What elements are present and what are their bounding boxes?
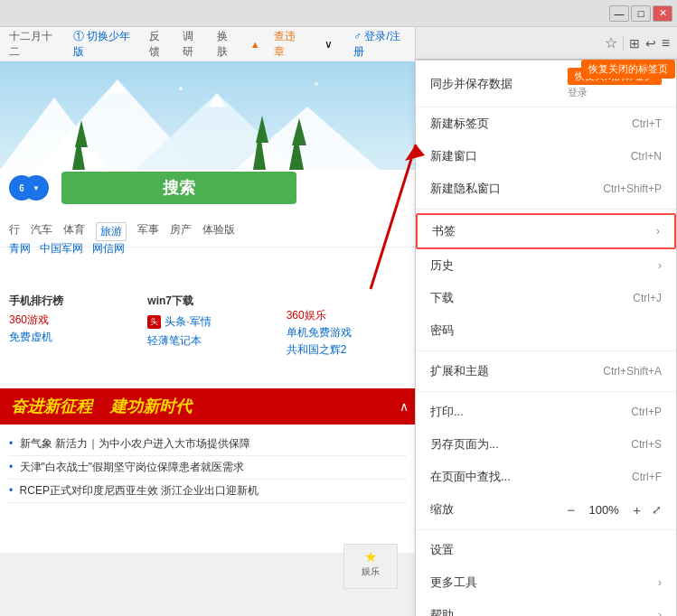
toutiao-link[interactable]: 头条·军情: [165, 314, 211, 330]
close-button[interactable]: ✕: [653, 5, 672, 22]
extensions-shortcut: Ctrl+Shift+A: [603, 365, 662, 378]
menu-item-settings[interactable]: 设置: [416, 534, 676, 566]
banner-collapse-button[interactable]: ∧: [400, 399, 409, 414]
help-label: 帮助: [430, 607, 454, 616]
date-text: 十二月十二: [9, 29, 60, 60]
minimize-button[interactable]: —: [609, 5, 629, 22]
rank-title: 手机排行榜: [9, 294, 129, 309]
switch-version-link[interactable]: ① 切换少年版: [73, 29, 136, 60]
news-text-3: RCEP正式对印度尼西亚生效 浙江企业出口迎新机: [20, 484, 259, 497]
new-window-shortcut: Ctrl+N: [631, 150, 662, 163]
col-spacer: [287, 294, 407, 306]
survey-link[interactable]: 调研: [183, 29, 202, 60]
win7-column: win7下载 头 头条·军情 轻薄笔记本: [147, 294, 268, 359]
screenshot-icon[interactable]: ⊞: [629, 36, 640, 51]
entertainment-thumbnail: ★ 娱乐: [343, 544, 398, 589]
menu-separator-2: [416, 350, 676, 351]
maximize-button[interactable]: □: [631, 5, 651, 22]
republic-link[interactable]: 共和国之辉2: [287, 342, 407, 358]
win7-title: win7下载: [147, 294, 268, 309]
downloads-label: 下载: [430, 290, 454, 306]
zoom-fullscreen-button[interactable]: ⤢: [652, 503, 662, 517]
tooltip-bubble: 恢复关闭的标签页: [581, 60, 675, 79]
news-item-1[interactable]: 新气象 新活力｜为中小农户进入大市场提供保障: [9, 433, 407, 456]
news-text-2: 天津"白衣战士"假期坚守岗位保障患者就医需求: [20, 461, 245, 473]
zoom-row: 缩放 − 100% + ⤢: [416, 493, 676, 526]
menu-item-passwords[interactable]: 密码: [416, 314, 676, 347]
menu-header-label: 同步并保存数据: [430, 76, 512, 92]
search-button[interactable]: 搜索: [61, 172, 296, 204]
new-tab-label: 新建标签页: [430, 116, 489, 132]
entertainment-link[interactable]: 360娱乐: [287, 308, 407, 323]
login-register-link[interactable]: ♂ 登录/注册: [353, 29, 407, 60]
print-label: 打印...: [430, 404, 464, 420]
menu-item-more-tools[interactable]: 更多工具 ›: [416, 566, 676, 599]
help-arrow-icon: ›: [658, 609, 662, 616]
more-tools-arrow-icon: ›: [658, 576, 662, 589]
banner-text1: 奋进新征程: [11, 396, 92, 417]
games-360-link[interactable]: 360游戏: [9, 313, 129, 328]
site-qingwang[interactable]: 青网: [9, 241, 31, 257]
menu-item-new-tab[interactable]: 新建标签页 Ctrl+T: [416, 107, 676, 140]
tooltip-text: 恢复关闭的标签页: [588, 63, 668, 74]
menu-item-extensions[interactable]: 扩展和主题 Ctrl+Shift+A: [416, 355, 676, 387]
toutiao-icon: 头: [147, 315, 161, 329]
more-tools-label: 更多工具: [430, 574, 477, 591]
news-item-3[interactable]: RCEP正式对印度尼西亚生效 浙江企业出口迎新机: [9, 480, 407, 503]
menu-separator-1: [416, 209, 676, 210]
snow-scene-svg: [0, 61, 416, 170]
violation-check-link[interactable]: 查违章: [274, 29, 304, 60]
page-content: 十二月十二 ① 切换少年版 反馈 调研 换肤 ▲ 查违章 ∨ ♂ 登录/注册: [0, 27, 677, 616]
news-list: 新气象 新活力｜为中小农户进入大市场提供保障 天津"白衣战士"假期坚守岗位保障患…: [0, 429, 416, 507]
extensions-label: 扩展和主题: [430, 363, 489, 379]
notebook-link[interactable]: 轻薄笔记本: [147, 333, 268, 349]
feedback-link[interactable]: 反馈: [149, 29, 169, 60]
menu-item-find[interactable]: 在页面中查找... Ctrl+F: [416, 461, 676, 493]
menu-separator-3: [416, 391, 676, 392]
new-tab-shortcut: Ctrl+T: [632, 117, 662, 130]
zoom-value-display: 100%: [586, 503, 622, 517]
save-page-label: 另存页面为...: [430, 436, 499, 453]
free-vm-link[interactable]: 免费虚机: [9, 330, 129, 345]
zoom-plus-button[interactable]: +: [629, 502, 644, 518]
menu-item-history[interactable]: 历史 ›: [416, 249, 676, 282]
bookmark-star-icon[interactable]: ☆: [605, 34, 617, 51]
menu-item-downloads[interactable]: 下载 Ctrl+J: [416, 282, 676, 314]
title-bar-controls: — □ ✕: [609, 5, 672, 22]
dropdown-arrow-small: ∨: [324, 38, 333, 51]
warning-icon: ▲: [250, 39, 260, 50]
free-games-link[interactable]: 单机免费游戏: [287, 325, 407, 341]
skin-link[interactable]: 换肤: [217, 29, 237, 60]
right-toolbar-row: ☆ ⊞ ↩ ≡: [415, 27, 677, 60]
downloads-shortcut: Ctrl+J: [633, 292, 662, 304]
new-window-label: 新建窗口: [430, 148, 477, 164]
svg-point-13: [179, 87, 183, 90]
menu-item-bookmarks[interactable]: 书签 ›: [416, 213, 676, 249]
private-window-shortcut: Ctrl+Shift+P: [603, 182, 662, 195]
entertainment-label: 娱乐: [362, 565, 380, 578]
menu-item-help[interactable]: 帮助 ›: [416, 599, 676, 616]
history-label: 历史: [430, 257, 454, 274]
logo-icon: ▼: [24, 175, 49, 201]
passwords-label: 密码: [430, 322, 454, 339]
two-col-section: 手机排行榜 360游戏 免费虚机 win7下载 头 头条·军情 轻薄笔记本 36…: [0, 294, 416, 359]
zoom-minus-button[interactable]: −: [563, 502, 578, 518]
back-icon[interactable]: ↩: [645, 36, 656, 51]
red-banner: 奋进新征程 建功新时代 ∧: [0, 388, 416, 425]
menu-item-print[interactable]: 打印... Ctrl+P: [416, 396, 676, 428]
login-button[interactable]: 登录: [568, 86, 662, 99]
tooltip-arrow: [648, 79, 657, 83]
menu-icon[interactable]: ≡: [662, 35, 670, 51]
site-military[interactable]: 中国军网: [40, 241, 83, 257]
banner-text2: 建功新时代: [110, 396, 192, 417]
menu-item-new-window[interactable]: 新建窗口 Ctrl+N: [416, 140, 676, 173]
menu-item-save-page[interactable]: 另存页面为... Ctrl+S: [416, 428, 676, 461]
title-bar: — □ ✕: [0, 0, 677, 27]
bookmarks-arrow-icon: ›: [656, 225, 660, 238]
site-wangxin[interactable]: 网信网: [92, 241, 125, 257]
menu-separator-4: [416, 529, 676, 530]
menu-item-private-window[interactable]: 新建隐私窗口 Ctrl+Shift+P: [416, 173, 676, 205]
find-label: 在页面中查找...: [430, 469, 511, 485]
news-item-2[interactable]: 天津"白衣战士"假期坚守岗位保障患者就医需求: [9, 456, 407, 480]
bookmarks-label: 书签: [432, 223, 456, 239]
